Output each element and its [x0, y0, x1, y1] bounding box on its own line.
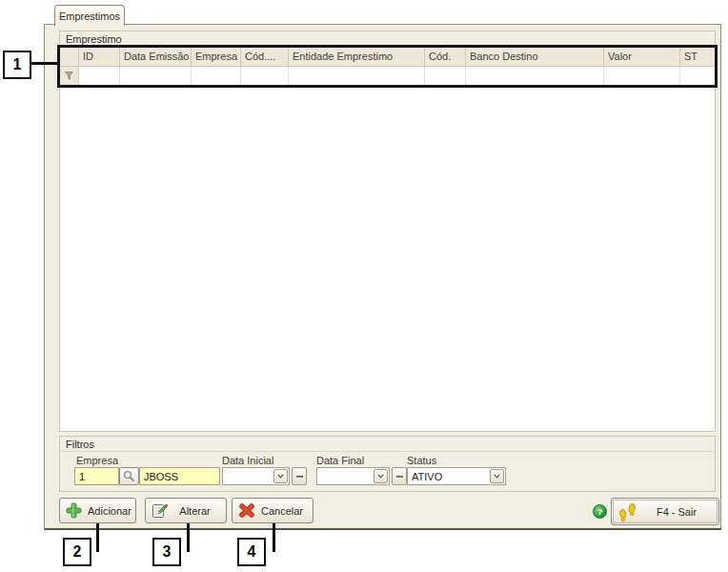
grid-col-indicator[interactable] — [60, 48, 79, 67]
callout-3: 3 — [152, 538, 181, 566]
callout-4: 4 — [237, 538, 266, 566]
grid-header-row: ID Data Emissão Empresa Cód.... Entidade… — [60, 48, 715, 67]
callout-1-number: 1 — [13, 56, 22, 73]
callout-3-line — [187, 523, 190, 552]
empresa-name-input[interactable]: JBOSS — [139, 467, 220, 485]
data-inicial-dropdown-button[interactable] — [273, 469, 288, 483]
callout-4-line — [273, 523, 275, 552]
grid-col-id[interactable]: ID — [79, 48, 120, 67]
emprestimo-group-caption: Emprestimo — [66, 33, 122, 45]
filter-cell[interactable] — [425, 67, 466, 85]
grid-col-banco-destino[interactable]: Banco Destino — [466, 48, 604, 67]
empresa-lookup-button[interactable] — [119, 467, 139, 485]
grid-col-cod2[interactable]: Cód. — [425, 48, 466, 67]
filter-cell[interactable] — [192, 67, 241, 85]
tab-label: Emprestimos — [59, 10, 120, 22]
callout-2-number: 2 — [73, 543, 82, 561]
data-final-label: Data Final — [316, 455, 364, 466]
chevron-down-icon — [494, 474, 500, 479]
status-value: ATIVO — [412, 471, 442, 482]
status-select[interactable]: ATIVO — [407, 467, 506, 485]
callout-1-line — [31, 62, 58, 65]
chevron-down-icon — [277, 474, 284, 479]
red-x-icon — [238, 502, 255, 519]
grid-col-cod1[interactable]: Cód.... — [241, 48, 289, 67]
grid-col-entidade[interactable]: Entidade Emprestimo — [289, 48, 425, 67]
sair-button[interactable]: F4 - Sair — [611, 498, 719, 525]
grid-filter-row[interactable] — [60, 67, 715, 85]
status-dropdown-button[interactable] — [490, 469, 504, 483]
grid-col-st[interactable]: ST — [680, 48, 715, 67]
funnel-filter-icon[interactable] — [60, 67, 79, 85]
cancelar-button[interactable]: Cancelar — [232, 498, 313, 523]
filter-cell[interactable] — [466, 67, 604, 85]
data-final-clear-button[interactable] — [392, 467, 407, 485]
grid-col-data-emissao[interactable]: Data Emissão — [120, 48, 192, 67]
empresa-label: Empresa — [76, 455, 118, 466]
grid-col-empresa[interactable]: Empresa — [192, 48, 241, 67]
callout-4-number: 4 — [248, 543, 256, 561]
adicionar-label: Adicionar — [88, 505, 141, 517]
app-window: Emprestimos Emprestimo ID Data Emissão E… — [0, 0, 728, 572]
green-plus-icon — [66, 502, 82, 519]
notepad-pencil-icon — [152, 502, 168, 519]
data-inicial-label: Data Inicial — [222, 455, 273, 466]
callout-2: 2 — [63, 538, 91, 566]
filter-cell[interactable] — [680, 67, 715, 85]
filter-cell[interactable] — [79, 67, 120, 85]
data-final-input[interactable] — [316, 467, 390, 485]
filtros-group-caption: Filtros — [66, 439, 94, 450]
cancelar-label: Cancelar — [261, 505, 313, 517]
minus-icon — [296, 476, 303, 478]
alterar-button[interactable]: Alterar — [145, 498, 227, 523]
grid-col-valor[interactable]: Valor — [604, 48, 680, 67]
filtros-caption-rule — [61, 451, 714, 452]
green-question-icon: ? — [597, 507, 603, 517]
filter-cell[interactable] — [241, 67, 289, 85]
status-label: Status — [407, 455, 436, 466]
filter-cell[interactable] — [604, 67, 680, 85]
alterar-label: Alterar — [173, 505, 226, 517]
help-button[interactable]: ? — [593, 504, 607, 519]
sair-label: F4 - Sair — [644, 506, 718, 518]
callout-3-number: 3 — [163, 543, 172, 561]
tab-emprestimos[interactable]: Emprestimos — [54, 5, 125, 26]
chevron-down-icon — [377, 474, 384, 479]
footprints-icon — [617, 501, 638, 522]
loans-grid-body[interactable] — [60, 46, 715, 431]
data-final-dropdown-button[interactable] — [374, 469, 388, 483]
data-inicial-input[interactable] — [222, 467, 290, 485]
filter-cell[interactable] — [120, 67, 192, 85]
data-inicial-clear-button[interactable] — [292, 467, 307, 485]
callout-2-line — [96, 523, 99, 552]
adicionar-button[interactable]: Adicionar — [59, 498, 136, 523]
empresa-code-input[interactable]: 1 — [74, 467, 119, 485]
minus-icon — [396, 476, 403, 478]
magnifier-icon — [123, 470, 135, 482]
callout-1: 1 — [3, 51, 31, 79]
grid-header-highlight: ID Data Emissão Empresa Cód.... Entidade… — [57, 45, 718, 88]
filter-cell[interactable] — [289, 67, 425, 85]
